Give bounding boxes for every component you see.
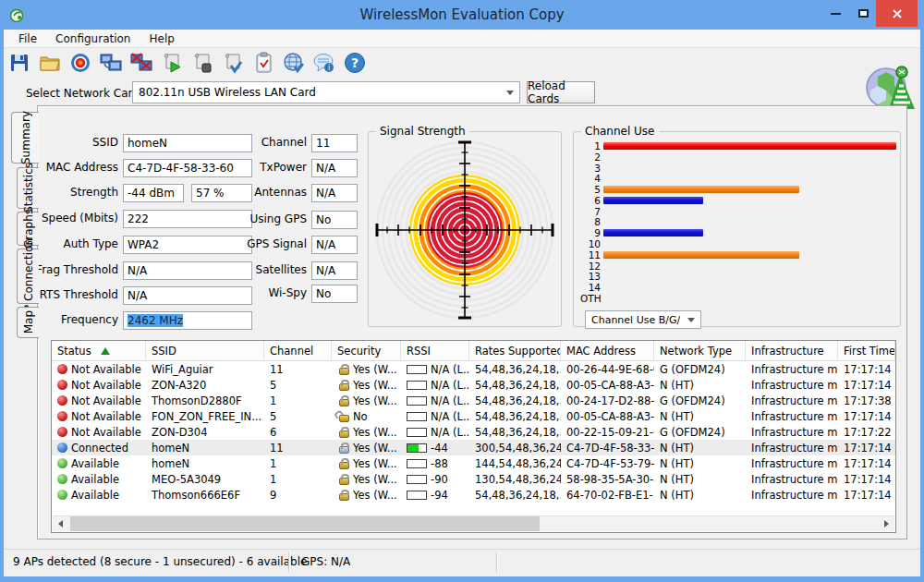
infrastructure-cell: Infrastructure mo... <box>746 489 838 502</box>
network-card-select[interactable]: 802.11n USB Wireless LAN Card <box>132 81 520 103</box>
web-check-icon[interactable] <box>282 50 306 76</box>
channel-row-12: 12 <box>580 261 896 272</box>
tab-statistics[interactable]: Statistics <box>17 167 39 209</box>
stop-screens-icon[interactable] <box>129 50 153 76</box>
open-icon[interactable] <box>38 50 62 76</box>
channel-use-selector[interactable]: Channel Use B/G/N <box>585 310 701 329</box>
scroll-right-icon <box>884 520 889 527</box>
status-bar: 9 APs detected (8 secure - 1 unsecured) … <box>4 549 920 576</box>
network-type-cell: N (HT) <box>654 442 746 455</box>
stop-log-icon[interactable] <box>190 50 214 76</box>
ssid-cell: FON_ZON_FREE_IN... <box>146 410 264 423</box>
record-icon[interactable] <box>68 50 92 76</box>
strength-field[interactable]: -44 dBm <box>123 184 184 202</box>
channel-label: 1 <box>580 140 601 152</box>
menu-file[interactable]: File <box>9 30 46 48</box>
scrollbar-thumb[interactable] <box>70 516 540 531</box>
maximize-button[interactable] <box>850 0 876 27</box>
channel-label: 13 <box>580 271 601 282</box>
column-header-network-type[interactable]: Network Type <box>654 341 746 361</box>
column-header-rates-supported[interactable]: Rates Supported <box>469 341 561 361</box>
satellites-field[interactable]: N/A <box>311 261 358 280</box>
table-row[interactable]: Not AvailableFON_ZON_FREE_IN...5NoN/A (L… <box>52 408 895 424</box>
column-header-ssid[interactable]: SSID <box>146 341 264 361</box>
scroll-right-button[interactable] <box>879 516 894 531</box>
help-icon[interactable]: ? <box>343 50 367 76</box>
statusbar-divider <box>496 552 497 572</box>
feedback-icon[interactable]: i <box>312 50 336 76</box>
txpower-field[interactable]: N/A <box>311 159 358 177</box>
table-row[interactable]: AvailablehomeN1Yes (W...-88144,54,48,36,… <box>52 455 895 471</box>
report-icon[interactable] <box>251 50 275 76</box>
close-button[interactable] <box>876 0 918 27</box>
ssid-cell: homeN <box>146 442 264 455</box>
antennas-field[interactable]: N/A <box>311 184 358 202</box>
table-row[interactable]: Not AvailableZON-D3046Yes (W...N/A (L...… <box>52 424 895 440</box>
infrastructure-cell: Infrastructure mo... <box>746 457 838 470</box>
channel-cell: 1 <box>264 457 332 470</box>
network-type-cell: N (HT) <box>654 410 746 423</box>
minimize-icon <box>831 13 841 15</box>
horizontal-scrollbar[interactable] <box>53 515 894 531</box>
save-icon[interactable] <box>7 50 31 76</box>
table-row[interactable]: Not AvailableZON-A3205Yes (W...N/A (L...… <box>52 377 895 393</box>
first-time-cell: 17:17:14 2 <box>838 363 895 376</box>
table-row[interactable]: AvailableThomson666E6F9Yes (W...-9454,48… <box>52 487 895 503</box>
scroll-left-button[interactable] <box>53 516 68 531</box>
signal-strength-radar <box>374 139 555 321</box>
column-header-first-time-s[interactable]: First Time S <box>838 341 895 361</box>
menu-configuration[interactable]: Configuration <box>46 30 140 48</box>
column-header-channel[interactable]: Channel <box>264 341 332 361</box>
maximize-icon <box>858 9 869 18</box>
mac-cell: C4-7D-4F-53-79-... <box>561 457 654 470</box>
table-row[interactable]: Not AvailableThomsonD2880F1Yes (W...N/A … <box>52 393 895 408</box>
column-header-label: Rates Supported <box>475 341 561 361</box>
status-cell: Available <box>52 489 146 502</box>
copy-screens-icon[interactable] <box>99 50 123 76</box>
reload-cards-button[interactable]: Reload Cards <box>527 81 595 103</box>
start-log-icon[interactable] <box>160 50 184 76</box>
rssi-bar-icon <box>407 396 427 406</box>
network-card-label: Select Network Card <box>26 83 140 103</box>
column-header-mac-address[interactable]: MAC Address <box>561 341 654 361</box>
table-row[interactable]: AvailableMEO-5A30491Yes (W...-90130,54,4… <box>52 471 895 487</box>
channel-row-14: 14 <box>580 282 896 293</box>
channel-bar-track <box>603 240 896 248</box>
rates-cell: 54,48,36,24,18,... <box>469 426 561 439</box>
column-header-label: Infrastructure <box>751 341 824 361</box>
channel-field[interactable]: 11 <box>311 134 358 152</box>
chevron-down-icon <box>506 91 514 95</box>
table-row[interactable]: Not AvailableWiFi_Aguiar11Yes (W...N/A (… <box>52 361 895 377</box>
column-header-security[interactable]: Security <box>332 341 401 361</box>
wi-spy-field[interactable]: No <box>311 285 358 303</box>
minimize-button[interactable] <box>822 0 848 27</box>
network-type-cell: G (OFDM24) <box>654 394 746 407</box>
gps-signal-field[interactable]: N/A <box>311 236 358 254</box>
column-header-infrastructure[interactable]: Infrastructure <box>746 341 838 361</box>
rssi-cell: -88 <box>401 457 469 470</box>
column-header-rssi[interactable]: RSSI <box>401 341 469 361</box>
tab-summary[interactable]: Summary <box>11 112 39 164</box>
tab-map[interactable]: Map <box>17 307 39 338</box>
channel-bar-track <box>603 229 896 236</box>
ssid-cell: ZON-A320 <box>146 379 264 392</box>
column-header-label: Status <box>57 341 91 361</box>
table-row[interactable]: ConnectedhomeN11Yes (W...-44300,54,48,36… <box>52 440 895 455</box>
status-led-icon <box>57 380 67 390</box>
svg-text:?: ? <box>351 55 359 70</box>
tab-ip-connection[interactable]: IP Connection <box>17 249 39 304</box>
mac-cell: 00-26-44-9E-68-63 <box>561 363 654 376</box>
frequency-field[interactable]: 2462 MHz <box>123 311 252 330</box>
rssi-cell: N/A (L... <box>401 394 469 407</box>
channel-use-selector-value: Channel Use B/G/N <box>591 311 680 328</box>
rssi-cell: N/A (L... <box>401 379 469 392</box>
channel-cell: 5 <box>264 379 332 392</box>
verify-log-icon[interactable] <box>221 50 245 76</box>
field-label: Using GPS <box>222 212 307 225</box>
using-gps-field[interactable]: No <box>311 211 358 229</box>
network-type-cell: N (HT) <box>654 489 746 502</box>
column-header-status[interactable]: Status <box>52 341 146 361</box>
ap-table: StatusSSIDChannelSecurityRSSIRates Suppo… <box>51 340 896 533</box>
menu-help[interactable]: Help <box>140 30 183 48</box>
chevron-down-icon <box>687 318 695 322</box>
